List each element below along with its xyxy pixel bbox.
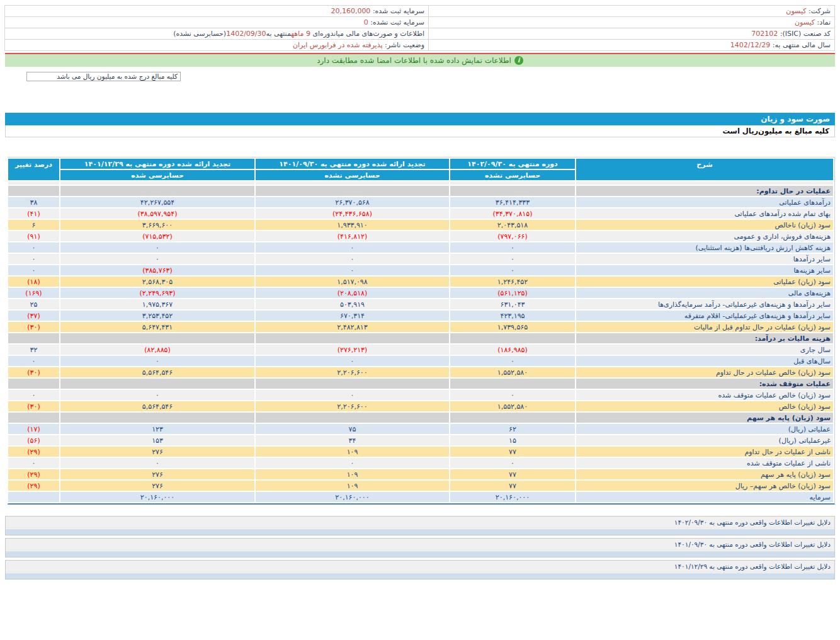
data-row: سود (زیان) خالص عملیات در حال تداوم۱,۵۵۲… xyxy=(8,367,834,378)
value-prior-period: ۲,۴۸۲,۸۱۳ xyxy=(255,321,450,333)
value-prior-period: ۶۷۰,۳۱۴ xyxy=(255,310,450,321)
signature-match-notice: i اطلاعات نمایش داده شده با اطلاعات امضا… xyxy=(5,53,835,67)
company-name-cell: شرکت: کیسون xyxy=(429,6,835,17)
value-prior-period: ۰ xyxy=(255,242,450,253)
value-current-period: ۰ xyxy=(450,355,576,367)
statement-title-bar: صورت سود و زیان xyxy=(5,113,835,125)
company-info-row: شرکت: کیسون سرمایه ثبت شده: 20,160,000 xyxy=(5,6,835,17)
percent-change-value: (۱۷) xyxy=(8,423,60,435)
statement-unit-line: کلیه مبالغ به میلیون‌ریال است xyxy=(5,125,835,137)
value-prior-year: ۵,۶۴۷,۴۳۱ xyxy=(60,321,255,333)
percent-change-value: (۱۸) xyxy=(8,276,60,287)
section-label: هزینه مالیات بر درآمد: xyxy=(576,333,834,344)
data-row: سود (زیان) عملیات در حال تداوم قبل از ما… xyxy=(8,321,834,333)
company-value: کیسون xyxy=(786,7,806,15)
data-row: غیرعملیاتی (ریال)۱۵۳۴۱۵۳(۵۶) xyxy=(8,435,834,446)
value-prior-period: ۰ xyxy=(255,265,450,276)
value-prior-year: ۰ xyxy=(60,457,255,469)
section-cell xyxy=(255,412,450,423)
info-icon: i xyxy=(514,56,523,65)
isic-code-cell: کد صنعت (ISIC): 702102 xyxy=(429,28,835,40)
issuer-status-label: وضعیت ناشر: xyxy=(385,41,424,49)
issuer-status-value: پذیرفته شده در فرابورس ایران xyxy=(293,41,383,49)
value-current-period: ۲,۰۴۳,۵۱۸ xyxy=(450,219,576,231)
value-current-period: ۳۶,۴۱۴,۳۳۳ xyxy=(450,197,576,208)
value-current-period: (۳۴,۳۷۰,۸۱۵) xyxy=(450,208,576,219)
value-prior-year: (۳۸۵,۷۶۳) xyxy=(60,265,255,276)
column-header-current-period: دوره منتهی به ۱۴۰۲/۰۹/۳۰ xyxy=(450,158,576,169)
value-prior-period: ۱,۵۱۷,۰۹۸ xyxy=(255,276,450,287)
row-label: سایر درآمدها و هزینه‌های غیرعملیاتی- درآ… xyxy=(576,299,834,310)
percent-change-value: ۰ xyxy=(8,253,60,265)
value-prior-year: ۵,۵۶۴,۵۴۶ xyxy=(60,367,255,378)
section-cell xyxy=(60,412,255,423)
value-prior-year: ۲۷۶ xyxy=(60,480,255,491)
row-label: سود (زیان) خالص عملیات در حال تداوم xyxy=(576,367,834,378)
value-prior-period: ۳۴ xyxy=(255,435,450,446)
value-prior-year: ۲۷۶ xyxy=(60,446,255,457)
value-prior-period: ۰ xyxy=(255,389,450,401)
row-label: سود (زیان) عملیاتی xyxy=(576,276,834,287)
row-label: هزینه کاهش ارزش دریافتنی‌ها (هزینه استثن… xyxy=(576,242,834,253)
row-label: سود (زیان) خالص xyxy=(576,401,834,412)
change-reasons-block: دلایل تغییرات اطلاعات واقعی دوره منتهی ب… xyxy=(5,560,835,580)
row-label: هزینه‌های فروش، اداری و عمومی xyxy=(576,231,834,242)
value-prior-year: (۳۸,۵۹۷,۹۵۴) xyxy=(60,208,255,219)
value-prior-period: ۷۵ xyxy=(255,423,450,435)
company-info-row: سال مالی منتهی به: 1402/12/29 وضعیت ناشر… xyxy=(5,40,835,51)
change-reasons-block: دلایل تغییرات اطلاعات واقعی دوره منتهی ب… xyxy=(5,538,835,557)
row-label: سایر هزینه‌ها xyxy=(576,265,834,276)
row-label: سود (زیان) ناخالص xyxy=(576,219,834,231)
audit-status-current: حسابرسی نشده xyxy=(450,169,576,181)
issuer-status-cell: وضعیت ناشر: پذیرفته شده در فرابورس ایران xyxy=(5,40,429,51)
isic-code-label: کد صنعت (ISIC): xyxy=(780,30,831,38)
value-prior-year: ۱,۹۷۵,۳۶۷ xyxy=(60,299,255,310)
company-info-row: نماد: کیسون سرمایه ثبت نشده: 0 xyxy=(5,17,835,28)
value-prior-year: ۵,۵۶۴,۵۴۶ xyxy=(60,401,255,412)
value-current-period: (۷۹۷,۰۶۶) xyxy=(450,231,576,242)
row-label: ناشی از عملیات متوقف شده xyxy=(576,457,834,469)
percent-change-value: (۳۰) xyxy=(8,401,60,412)
row-label: ناشی از عملیات در حال تداوم xyxy=(576,446,834,457)
symbol-cell: نماد: کیسون xyxy=(429,17,835,28)
value-prior-year: ۲,۵۶۸,۳۰۵ xyxy=(60,276,255,287)
row-label: سایر درآمدها و هزینه‌های غیرعملیاتی- اقل… xyxy=(576,310,834,321)
data-row: سرمایه۲۰,۱۶۰,۰۰۰۲۰,۱۶۰,۰۰۰۲۰,۱۶۰,۰۰۰ xyxy=(8,491,834,503)
value-prior-period: ۱۰۹ xyxy=(255,446,450,457)
percent-change-value xyxy=(8,491,60,503)
value-current-period: ۰ xyxy=(450,242,576,253)
data-row: سود (زیان) خالص هر سهم– ریال۷۷۱۰۹۲۷۶(۲۹) xyxy=(8,480,834,491)
percent-change-value: ۳۸ xyxy=(8,197,60,208)
percent-change-value: (۱۶۹) xyxy=(8,287,60,299)
value-prior-period: ۱۰۹ xyxy=(255,469,450,480)
spacer-cell xyxy=(576,181,834,185)
audit-status-prior-year: حسابرسی شده xyxy=(60,169,255,181)
value-current-period: ۷۷ xyxy=(450,469,576,480)
percent-change-value: (۳۰) xyxy=(8,367,60,378)
row-label: سایر درآمدها xyxy=(576,253,834,265)
column-header-prior-year: تجدید ارائه شده دوره منتهی به ۱۴۰۱/۱۲/۲۹ xyxy=(60,158,255,169)
data-row: سود (زیان) خالص۱,۵۵۲,۵۸۰۲,۲۰۶,۶۰۰۵,۵۶۴,۵… xyxy=(8,401,834,412)
row-label: سود (زیان) عملیات در حال تداوم قبل از ما… xyxy=(576,321,834,333)
data-row: سایر درآمدها۰۰۰۰ xyxy=(8,253,834,265)
value-current-period: ۷۷ xyxy=(450,446,576,457)
section-row: عملیات در حال تداوم: xyxy=(8,185,834,197)
section-cell xyxy=(450,412,576,423)
data-row: درآمدهای عملیاتی۳۶,۴۱۴,۳۳۳۲۶,۳۷۰,۵۶۸۴۲,۲… xyxy=(8,197,834,208)
value-current-period: ۱,۲۴۶,۴۵۲ xyxy=(450,276,576,287)
company-info-row: کد صنعت (ISIC): 702102 اطلاعات و صورت‌ها… xyxy=(5,28,835,40)
value-prior-year: ۰ xyxy=(60,253,255,265)
percent-change-value: (۲۹) xyxy=(8,469,60,480)
spacer-cell xyxy=(450,181,576,185)
profit-loss-table-wrap: شرح دوره منتهی به ۱۴۰۲/۰۹/۳۰ تجدید ارائه… xyxy=(8,157,835,505)
section-label: سود (زیان) پایه هر سهم xyxy=(576,412,834,423)
percent-change-value: ۰ xyxy=(8,457,60,469)
value-prior-period: ۰ xyxy=(255,253,450,265)
value-current-period: ۷۷ xyxy=(450,480,576,491)
fiscal-year-value: 1402/12/29 xyxy=(730,41,770,49)
row-label: غیرعملیاتی (ریال) xyxy=(576,435,834,446)
percent-change-value: (۳۰) xyxy=(8,321,60,333)
value-prior-period: ۰ xyxy=(255,457,450,469)
value-prior-period: (۲۷۶,۲۱۳) xyxy=(255,344,450,355)
column-header-percent-change: درصد تغییر xyxy=(8,158,60,181)
